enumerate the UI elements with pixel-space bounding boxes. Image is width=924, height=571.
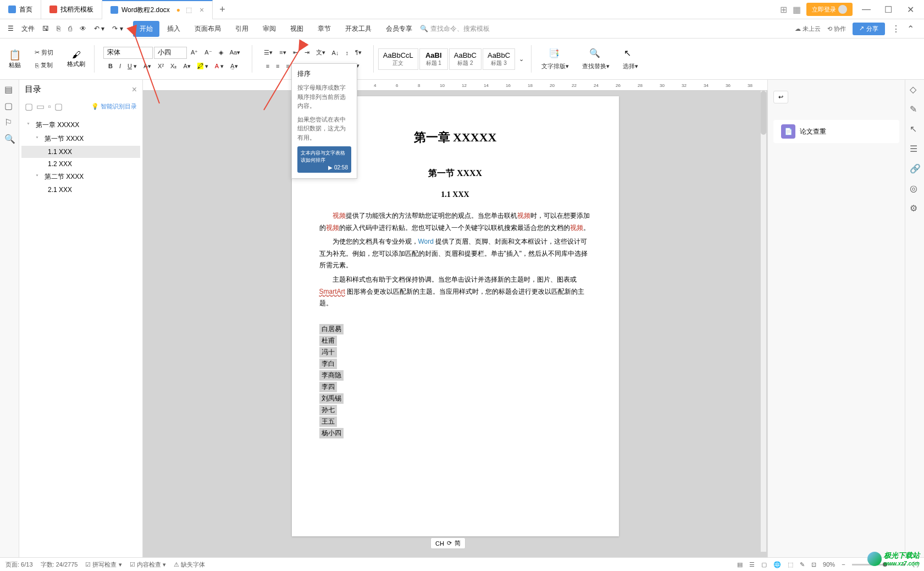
chevron-down-icon[interactable]: ˅ bbox=[27, 122, 34, 128]
view-mode-3[interactable]: ▢ bbox=[761, 561, 767, 568]
share-button[interactable]: ↗ 分享 bbox=[853, 23, 885, 35]
chevron-down-icon[interactable]: ˅ bbox=[36, 174, 42, 180]
italic-button[interactable]: I bbox=[117, 61, 124, 71]
login-button[interactable]: 立即登录 bbox=[806, 3, 853, 16]
view-mode-5[interactable]: ⬚ bbox=[788, 561, 793, 568]
align-left-button[interactable]: ≡ bbox=[263, 61, 272, 71]
toc-tool-1[interactable]: ▢ bbox=[25, 101, 33, 112]
toc-item-chapter1[interactable]: ˅ 第一章 XXXXX bbox=[21, 118, 140, 132]
horizontal-ruler[interactable]: 2 4 6 8 10 12 14 16 18 20 22 24 26 28 30… bbox=[143, 80, 767, 91]
vertical-scrollbar[interactable] bbox=[761, 91, 766, 552]
paste-button[interactable]: 📋 粘贴 bbox=[9, 49, 21, 69]
toc-tool-4[interactable]: ▢ bbox=[54, 101, 63, 112]
new-tab-button[interactable]: + bbox=[213, 4, 232, 15]
hamburger-icon[interactable]: ☰ bbox=[4, 23, 17, 35]
menu-view[interactable]: 视图 bbox=[284, 21, 310, 37]
increase-font-icon[interactable]: A⁺ bbox=[188, 47, 201, 58]
gear-icon[interactable]: ⚙ bbox=[910, 203, 920, 213]
font-color-button[interactable]: A▾ bbox=[212, 61, 226, 72]
copy-button[interactable]: ⎘ 复制 bbox=[32, 59, 56, 71]
number-list-button[interactable]: ≡▾ bbox=[276, 47, 289, 58]
menu-member[interactable]: 会员专享 bbox=[379, 21, 419, 37]
save-icon[interactable]: 🖫 bbox=[39, 23, 52, 35]
style-heading3[interactable]: AaBbC 标题 3 bbox=[483, 48, 515, 70]
undo-button[interactable]: ↶ ▾ bbox=[91, 23, 108, 35]
print-icon[interactable]: ⎙ bbox=[65, 23, 75, 35]
superscript-button[interactable]: X² bbox=[155, 61, 167, 71]
format-painter-button[interactable]: 🖌 格式刷 bbox=[67, 50, 85, 68]
text-direction-button[interactable]: 文▾ bbox=[313, 47, 328, 58]
layout-icon[interactable]: ⊞ bbox=[780, 4, 787, 15]
search-rail-icon[interactable]: 🔍 bbox=[4, 134, 14, 144]
thumbnail-icon[interactable]: ▢ bbox=[4, 101, 14, 111]
cut-button[interactable]: ✂ 剪切 bbox=[32, 47, 56, 58]
more-menu[interactable]: ⋮ bbox=[892, 24, 900, 34]
toc-tool-2[interactable]: ▭ bbox=[36, 101, 45, 112]
tab-template[interactable]: 找稻壳模板 bbox=[41, 0, 102, 19]
zoom-fit-icon[interactable]: ⊡ bbox=[811, 561, 816, 568]
view-mode-2[interactable]: ☰ bbox=[749, 561, 755, 568]
menu-insert[interactable]: 插入 bbox=[161, 21, 187, 37]
tab-home[interactable]: 首页 bbox=[0, 0, 41, 19]
search-box[interactable]: 🔍 查找命令、搜索模板 bbox=[420, 24, 490, 34]
bookmark-icon[interactable]: ⚐ bbox=[4, 117, 14, 127]
file-menu[interactable]: 文件 bbox=[18, 22, 38, 36]
subscript-button[interactable]: X₂ bbox=[168, 61, 179, 72]
tab-close-icon[interactable]: × bbox=[200, 6, 204, 14]
style-normal[interactable]: AaBbCcL 正文 bbox=[378, 48, 418, 70]
tooltip-video[interactable]: 文本内容与文字表格该如何排序 ▶ 02:58 bbox=[297, 146, 351, 173]
toc-item-section1[interactable]: ˅ 第一节 XXXX bbox=[21, 132, 140, 146]
status-page[interactable]: 页面: 6/13 bbox=[5, 561, 33, 569]
ime-indicator[interactable]: CH ⟳ 简 bbox=[430, 537, 466, 549]
select-button[interactable]: ↖ 选择▾ bbox=[617, 46, 644, 73]
menu-page-layout[interactable]: 页面布局 bbox=[188, 21, 228, 37]
sort-button[interactable]: A↓ bbox=[329, 48, 342, 58]
decrease-indent-button[interactable]: ⇤ bbox=[290, 47, 301, 58]
more-styles-button[interactable]: ⌄ bbox=[516, 54, 527, 64]
toc-item-2-1[interactable]: 2.1 XXX bbox=[21, 184, 140, 196]
clear-format-icon[interactable]: ◈ bbox=[216, 47, 226, 58]
maximize-button[interactable]: ☐ bbox=[880, 4, 897, 15]
toc-item-1-1[interactable]: 1.1 XXX bbox=[21, 146, 140, 158]
collapse-ribbon[interactable]: ⌃ bbox=[907, 24, 914, 34]
menu-dev-tools[interactable]: 开发工具 bbox=[339, 21, 378, 37]
cloud-status[interactable]: ☁ 未上云 bbox=[795, 25, 821, 33]
layers-icon[interactable]: ☰ bbox=[910, 144, 920, 153]
print-preview-icon[interactable]: 👁 bbox=[76, 23, 90, 35]
font-size-select[interactable] bbox=[154, 47, 187, 59]
highlight-button[interactable]: 🖍▾ bbox=[195, 61, 211, 72]
toc-tool-3[interactable]: ▫ bbox=[48, 102, 51, 112]
menu-reference[interactable]: 引用 bbox=[229, 21, 255, 37]
menu-chapter[interactable]: 章节 bbox=[311, 21, 337, 37]
text-effect-button[interactable]: A▾ bbox=[180, 61, 193, 72]
tab-document[interactable]: Word教程2.docx ● ⬚ × bbox=[102, 0, 213, 19]
export-icon[interactable]: ⎘ bbox=[53, 23, 64, 35]
increase-indent-button[interactable]: ⇥ bbox=[302, 47, 312, 58]
content-check-toggle[interactable]: ☑ 内容检查 ▾ bbox=[130, 561, 166, 569]
bullet-list-button[interactable]: ☰▾ bbox=[261, 47, 275, 58]
spell-check-toggle[interactable]: ☑ 拼写检查 ▾ bbox=[85, 561, 121, 569]
text-layout-button[interactable]: 📑 文字排版▾ bbox=[536, 46, 574, 73]
style-heading2[interactable]: AaBbC 标题 2 bbox=[449, 48, 482, 70]
change-case-icon[interactable]: Aa▾ bbox=[227, 47, 243, 58]
dna-icon[interactable]: 🔗 bbox=[910, 163, 920, 173]
status-words[interactable]: 字数: 24/2775 bbox=[41, 561, 78, 569]
outline-icon[interactable]: ▤ bbox=[4, 84, 14, 94]
toc-item-section2[interactable]: ˅ 第二节 XXXX bbox=[21, 170, 140, 184]
close-button[interactable]: ✕ bbox=[902, 4, 919, 15]
phonetic-button[interactable]: A̤▾ bbox=[228, 61, 241, 72]
pen-icon[interactable]: ✎ bbox=[910, 104, 920, 114]
scrollbar-thumb[interactable] bbox=[761, 91, 766, 135]
decrease-font-icon[interactable]: A⁻ bbox=[202, 47, 214, 58]
view-mode-6[interactable]: ✎ bbox=[800, 561, 805, 568]
view-mode-4[interactable]: 🌐 bbox=[773, 561, 781, 568]
minimize-button[interactable]: — bbox=[858, 4, 875, 14]
menu-review[interactable]: 审阅 bbox=[256, 21, 283, 37]
font-name-select[interactable] bbox=[103, 47, 153, 59]
redo-button[interactable]: ↷ ▾ bbox=[109, 23, 126, 35]
underline-button[interactable]: U▾ bbox=[125, 61, 140, 72]
smart-toc-button[interactable]: 💡 智能识别目录 bbox=[91, 102, 137, 111]
sidebar-close-icon[interactable]: × bbox=[132, 85, 137, 95]
missing-font[interactable]: ⚠ 缺失字体 bbox=[174, 561, 205, 569]
toc-item-1-2[interactable]: 1.2 XXX bbox=[21, 158, 140, 170]
